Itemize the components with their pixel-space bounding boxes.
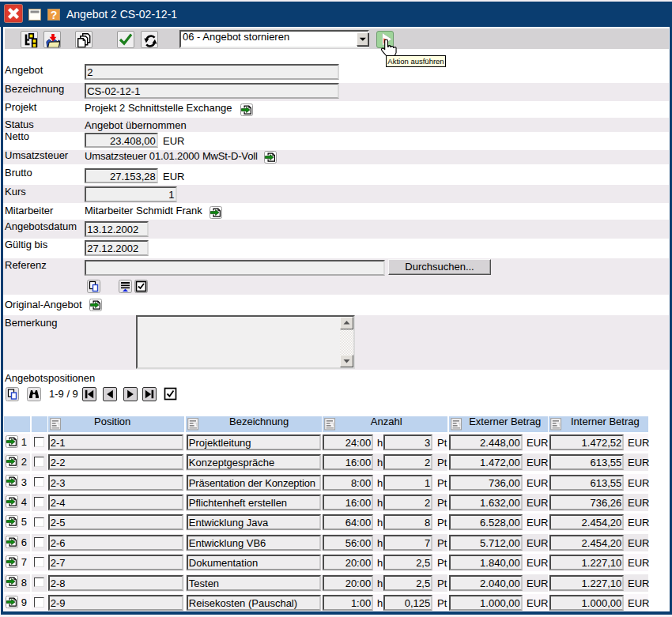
svg-text:?: ? bbox=[50, 9, 57, 21]
